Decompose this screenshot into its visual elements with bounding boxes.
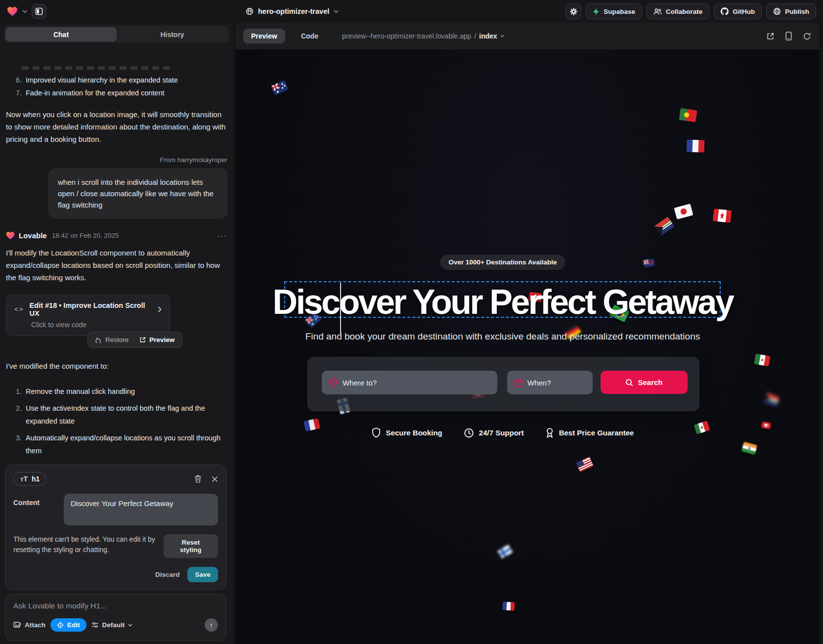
- chat-tabs: Chat History: [4, 26, 229, 43]
- supabase-button[interactable]: Supabase: [586, 3, 642, 19]
- assistant-header: Lovable 18:42 on Feb 20, 2025 ···: [6, 231, 227, 240]
- selected-element-chip[interactable]: ᴛT h1: [13, 472, 46, 486]
- list-text: Automatically expand/collapse locations …: [26, 431, 223, 457]
- chevron-down-icon[interactable]: [22, 10, 27, 13]
- styling-note: This element can't be styled. You can ed…: [13, 534, 164, 555]
- trash-icon: [194, 475, 202, 483]
- publish-button[interactable]: Publish: [766, 3, 816, 19]
- version-actions: Restore Preview: [87, 332, 182, 348]
- discard-button[interactable]: Discard: [155, 571, 180, 578]
- list-text: Improved visual hierarchy in the expande…: [26, 74, 178, 86]
- search-label: Search: [638, 378, 662, 386]
- send-button[interactable]: ↑: [205, 618, 218, 632]
- message-timestamp: 18:42 on Feb 20, 2025: [52, 232, 119, 239]
- supabase-label: Supabase: [604, 8, 635, 15]
- feature-secure-booking: Secure Booking: [372, 428, 442, 438]
- globe-icon: [773, 7, 781, 15]
- topbar: hero-optimizer-travel Supabase: [0, 0, 823, 23]
- when-input[interactable]: When?: [507, 371, 593, 394]
- element-style-editor: ᴛT h1 Content Discover Your Perfect Geta…: [5, 465, 226, 590]
- list-item: 2. Use the activeIndex state to control …: [6, 402, 227, 428]
- where-to-placeholder: Where to?: [343, 379, 377, 387]
- model-default-button[interactable]: Default: [91, 621, 133, 629]
- edit-mode-label: Edit: [67, 621, 80, 629]
- chevron-down-icon: [128, 624, 132, 627]
- github-icon: [721, 7, 729, 15]
- sliders-icon: [91, 622, 99, 628]
- tab-code[interactable]: Code: [293, 29, 326, 43]
- chat-message-list[interactable]: 6. Improved visual hierarchy in the expa…: [0, 66, 233, 466]
- tab-chat[interactable]: Chat: [5, 27, 117, 42]
- sidebar-toggle-button[interactable]: [32, 4, 46, 19]
- image-icon: [13, 622, 21, 629]
- reset-styling-button[interactable]: Reset styling: [164, 534, 218, 558]
- where-to-input[interactable]: Where to?: [322, 371, 497, 394]
- user-message-bubble: when i scroll into the individual locati…: [48, 169, 227, 218]
- content-textarea[interactable]: Discover Your Perfect Getaway: [64, 494, 218, 525]
- preview-toolbar: Preview Code preview--hero-optimizer-tra…: [235, 23, 819, 49]
- chat-input[interactable]: [13, 601, 218, 610]
- refresh-icon: [803, 32, 811, 41]
- tab-history[interactable]: History: [117, 27, 228, 42]
- list-text: Remove the manual click handling: [26, 385, 135, 398]
- close-editor-button[interactable]: [212, 476, 218, 482]
- list-number: 1.: [13, 385, 22, 398]
- chevron-down-icon: [334, 10, 339, 13]
- globe-icon: [246, 7, 254, 15]
- preview-version-button[interactable]: Preview: [135, 334, 179, 346]
- settings-button[interactable]: [565, 3, 581, 19]
- text-style-icon: ᴛT: [20, 475, 28, 483]
- edit-version-card[interactable]: <> Edit #18 • Improve Location Scroll UX…: [6, 295, 170, 336]
- target-icon: [57, 622, 64, 629]
- preview-url[interactable]: preview--hero-optimizer-travel.lovable.a…: [342, 32, 505, 40]
- clock-icon: [464, 428, 474, 438]
- github-label: GitHub: [733, 8, 755, 15]
- mobile-device-icon: [785, 32, 792, 41]
- modification-list: 1. Remove the manual click handling 2. U…: [6, 385, 227, 466]
- supabase-icon: [593, 8, 600, 15]
- project-selector[interactable]: hero-optimizer-travel: [246, 0, 339, 23]
- feature-best-price: Best Price Guarantee: [546, 428, 634, 438]
- code-icon: <>: [14, 306, 24, 313]
- feature-label: 24/7 Support: [479, 429, 524, 437]
- open-in-new-tab-button[interactable]: [766, 32, 775, 41]
- chat-composer: Attach Edit Default: [5, 594, 226, 641]
- panel-left-icon: [35, 7, 43, 15]
- attach-button[interactable]: Attach: [13, 621, 45, 629]
- assistant-paragraph: Now when you click on a location image, …: [6, 108, 227, 145]
- external-link-icon: [766, 32, 775, 41]
- shield-icon: [372, 428, 381, 438]
- search-button[interactable]: Search: [601, 371, 688, 394]
- content-field-label: Content: [13, 494, 57, 525]
- map-pin-icon: [329, 378, 338, 387]
- refresh-button[interactable]: [803, 32, 811, 41]
- publish-label: Publish: [785, 8, 809, 15]
- assistant-paragraph: I'll modify the LocationScroll component…: [6, 247, 227, 284]
- github-button[interactable]: GitHub: [714, 3, 762, 19]
- external-link-icon: [139, 337, 146, 343]
- lovable-heart-logo[interactable]: [7, 6, 18, 16]
- list-text: Use the activeIndex state to control bot…: [26, 402, 223, 428]
- when-placeholder: When?: [527, 379, 551, 387]
- restore-button[interactable]: Restore: [91, 334, 133, 346]
- restore-label: Restore: [105, 336, 129, 343]
- list-number: 2.: [13, 402, 22, 415]
- save-button[interactable]: Save: [187, 567, 218, 582]
- message-menu-button[interactable]: ···: [217, 231, 227, 240]
- list-number: 3.: [13, 431, 22, 444]
- mobile-view-button[interactable]: [785, 32, 792, 41]
- tab-preview[interactable]: Preview: [243, 29, 285, 43]
- model-default-label: Default: [102, 621, 125, 629]
- list-item: 3. Automatically expand/collapse locatio…: [6, 431, 227, 457]
- delete-element-button[interactable]: [194, 475, 202, 483]
- edit-mode-button[interactable]: Edit: [50, 618, 87, 632]
- collaborate-button[interactable]: Collaborate: [647, 3, 709, 19]
- assistant-paragraph: I've modified the component to:: [6, 360, 227, 372]
- list-text: Fade-in animation for the expanded conte…: [26, 86, 165, 99]
- preview-label: Preview: [149, 336, 174, 343]
- close-icon: [212, 476, 218, 482]
- hero-subheading: Find and book your dream destination wit…: [305, 331, 700, 342]
- list-number: 6.: [13, 74, 22, 86]
- collaborate-label: Collaborate: [666, 8, 702, 15]
- hero-heading[interactable]: Discover Your Perfect Getaway: [273, 282, 733, 322]
